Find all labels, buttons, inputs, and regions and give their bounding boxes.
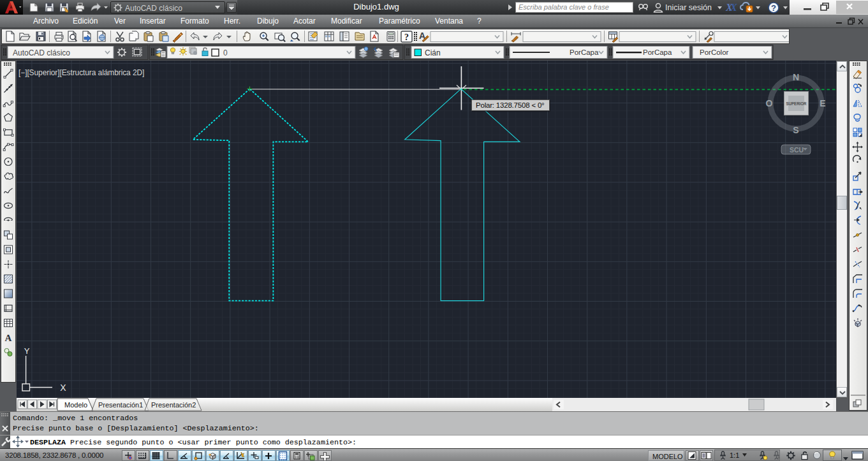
svg-text:PorCapa: PorCapa: [643, 48, 672, 56]
svg-text:Cián: Cián: [425, 48, 441, 57]
svg-text:0: 0: [223, 48, 228, 57]
svg-text:Modelo: Modelo: [64, 401, 87, 409]
svg-text:?: ?: [404, 33, 409, 42]
svg-text:AutoCAD clásico: AutoCAD clásico: [13, 48, 70, 57]
svg-text:Y: Y: [24, 346, 30, 356]
svg-text:A: A: [5, 333, 12, 343]
svg-text:Presentación1: Presentación1: [98, 401, 143, 409]
svg-text:PorCapa: PorCapa: [570, 48, 599, 56]
svg-text:N: N: [793, 72, 799, 82]
svg-text:?: ?: [771, 3, 776, 13]
svg-text:SUPERIOR: SUPERIOR: [786, 101, 807, 106]
svg-text:O: O: [766, 98, 773, 108]
svg-text:PorColor: PorColor: [700, 48, 729, 56]
svg-text:E: E: [820, 98, 825, 108]
svg-text:X: X: [60, 383, 66, 393]
svg-text:SCU: SCU: [790, 146, 804, 154]
svg-text:X: X: [730, 2, 737, 13]
svg-text:Presentación2: Presentación2: [151, 401, 196, 409]
svg-text:1:1: 1:1: [730, 451, 739, 459]
svg-text:S: S: [793, 125, 798, 135]
